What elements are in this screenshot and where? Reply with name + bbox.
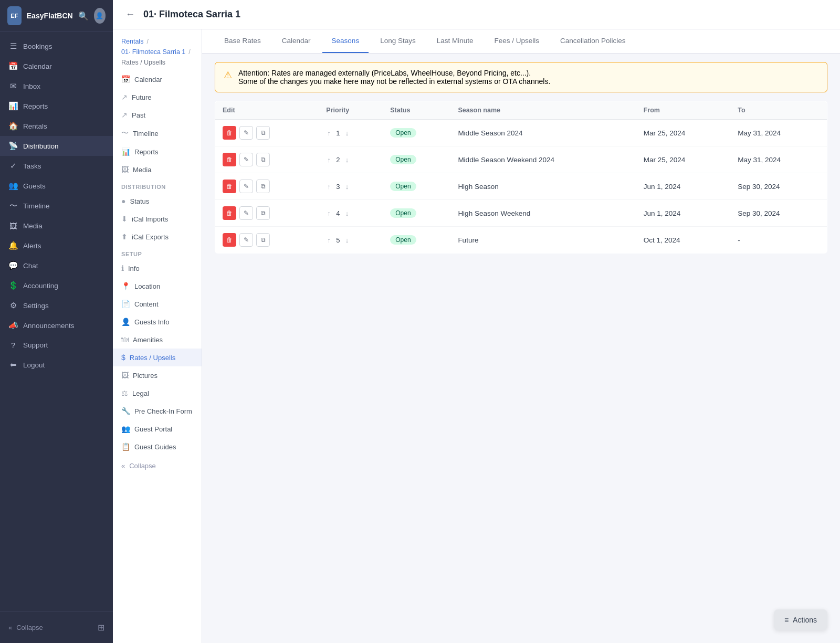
sec-nav-label: Calendar — [134, 76, 162, 83]
priority-number: 5 — [334, 236, 342, 244]
copy-button[interactable]: ⧉ — [256, 206, 270, 220]
priority-down-button[interactable]: ↓ — [344, 128, 350, 138]
edit-button[interactable]: ✎ — [239, 233, 253, 247]
tab-last-minute[interactable]: Last Minute — [427, 29, 483, 53]
sec-nav-reports[interactable]: 📊 Reports — [113, 143, 202, 161]
copy-button[interactable]: ⧉ — [256, 153, 270, 166]
sidebar-item-label: Calendar — [23, 62, 52, 70]
edit-button[interactable]: ✎ — [239, 206, 253, 220]
breadcrumb-rentals[interactable]: Rentals — [121, 38, 143, 45]
priority-number: 4 — [334, 209, 342, 217]
tab-base-rates[interactable]: Base Rates — [215, 29, 270, 53]
priority-down-button[interactable]: ↓ — [344, 155, 350, 165]
seasons-table: Edit Priority Status Season name From To… — [215, 101, 827, 254]
tab-cancellation-policies[interactable]: Cancellation Policies — [551, 29, 635, 53]
sec-nav-location[interactable]: 📍 Location — [113, 277, 202, 295]
sidebar-item-reports[interactable]: 📊 Reports — [0, 96, 113, 116]
sec-nav-amenities[interactable]: 🍽 Amenities — [113, 331, 202, 349]
priority-up-button[interactable]: ↑ — [326, 128, 332, 138]
delete-button[interactable]: 🗑 — [223, 180, 236, 193]
sec-nav-pre-checkin[interactable]: 🔧 Pre Check-In Form — [113, 402, 202, 420]
collapse-icon: « — [8, 624, 12, 631]
sidebar-item-media[interactable]: 🖼 Media — [0, 216, 113, 236]
sidebar-item-guests[interactable]: 👥 Guests — [0, 176, 113, 196]
priority-up-button[interactable]: ↑ — [326, 235, 332, 245]
inbox-icon: ✉ — [8, 81, 18, 91]
sidebar-item-rentals[interactable]: 🏠 Rentals — [0, 116, 113, 136]
sidebar-item-inbox[interactable]: ✉ Inbox — [0, 76, 113, 96]
sidebar-item-chat[interactable]: 💬 Chat — [0, 256, 113, 276]
sec-nav-label: Past — [132, 111, 145, 119]
sidebar-item-support[interactable]: ? Support — [0, 335, 113, 355]
delete-button[interactable]: 🗑 — [223, 126, 236, 140]
sec-nav-timeline[interactable]: 〜 Timeline — [113, 124, 202, 143]
guest-guides-icon: 📋 — [121, 442, 130, 451]
sec-nav-legal[interactable]: ⚖ Legal — [113, 384, 202, 402]
setup-section-label: Setup — [113, 246, 202, 259]
sec-nav-media[interactable]: 🖼 Media — [113, 161, 202, 178]
sec-nav-ical-exports[interactable]: ⬆ iCal Exports — [113, 228, 202, 246]
copy-button[interactable]: ⧉ — [256, 180, 270, 193]
tab-calendar[interactable]: Calendar — [272, 29, 320, 53]
priority-number: 3 — [334, 183, 342, 191]
tab-long-stays[interactable]: Long Stays — [371, 29, 425, 53]
sec-nav-status[interactable]: ● Status — [113, 192, 202, 210]
sec-nav-guest-guides[interactable]: 📋 Guest Guides — [113, 438, 202, 456]
sidebar-item-distribution[interactable]: 📡 Distribution — [0, 136, 113, 156]
sidebar-item-label: Accounting — [23, 282, 58, 290]
delete-button[interactable]: 🗑 — [223, 206, 236, 220]
edit-button[interactable]: ✎ — [239, 153, 253, 166]
sec-nav-ical-imports[interactable]: ⬇ iCal Imports — [113, 210, 202, 228]
sidebar-item-timeline[interactable]: 〜 Timeline — [0, 196, 113, 216]
sec-nav-guests-info[interactable]: 👤 Guests Info — [113, 313, 202, 331]
sec-sidebar-collapse-button[interactable]: « Collapse — [113, 456, 202, 476]
copy-button[interactable]: ⧉ — [256, 233, 270, 247]
priority-down-button[interactable]: ↓ — [344, 235, 350, 245]
row-priority: ↑ 3 ↓ — [319, 173, 383, 200]
priority-up-button[interactable]: ↑ — [326, 182, 332, 192]
sec-nav-label: Rates / Upsells — [130, 354, 175, 362]
row-from: Mar 25, 2024 — [636, 146, 731, 173]
sec-nav-pictures[interactable]: 🖼 Pictures — [113, 366, 202, 384]
tab-fees-upsells[interactable]: Fees / Upsells — [485, 29, 549, 53]
sidebar-item-tasks[interactable]: ✓ Tasks — [0, 156, 113, 176]
sidebar-item-logout[interactable]: ⬅ Logout — [0, 355, 113, 375]
sec-nav-calendar[interactable]: 📅 Calendar — [113, 70, 202, 88]
sec-nav-rates-upsells[interactable]: $ Rates / Upsells — [113, 349, 202, 366]
seasons-table-container: Edit Priority Status Season name From To… — [202, 101, 840, 266]
alerts-icon: 🔔 — [8, 241, 18, 250]
avatar[interactable]: 👤 — [94, 8, 106, 24]
breadcrumb-property[interactable]: 01· Filmoteca Sarria 1 — [121, 48, 185, 56]
copy-button[interactable]: ⧉ — [256, 126, 270, 140]
priority-down-button[interactable]: ↓ — [344, 182, 350, 192]
edit-button[interactable]: ✎ — [239, 180, 253, 193]
tab-seasons[interactable]: Seasons — [322, 29, 369, 53]
sec-nav-future[interactable]: ↗ Future — [113, 88, 202, 106]
row-season-name: High Season Weekend — [450, 200, 636, 227]
edit-button[interactable]: ✎ — [239, 126, 253, 140]
priority-up-button[interactable]: ↑ — [326, 155, 332, 165]
sidebar-item-bookings[interactable]: ☰ Bookings — [0, 36, 113, 56]
delete-button[interactable]: 🗑 — [223, 153, 236, 166]
sec-nav-info[interactable]: ℹ Info — [113, 259, 202, 277]
actions-button[interactable]: ≡ Actions — [774, 609, 827, 630]
pictures-icon: 🖼 — [121, 371, 129, 380]
delete-button[interactable]: 🗑 — [223, 233, 236, 247]
sidebar-item-calendar[interactable]: 📅 Calendar — [0, 56, 113, 76]
sec-nav-content[interactable]: 📄 Content — [113, 295, 202, 313]
sidebar-item-announcements[interactable]: 📣 Announcements — [0, 315, 113, 335]
sidebar-collapse-button[interactable]: « Collapse ⊞ — [0, 617, 113, 638]
sec-nav-past[interactable]: ↗ Past — [113, 106, 202, 124]
col-status: Status — [383, 101, 450, 120]
past-icon: ↗ — [121, 111, 128, 119]
reports-icon: 📊 — [8, 101, 18, 111]
search-icon[interactable]: 🔍 — [78, 11, 89, 21]
priority-down-button[interactable]: ↓ — [344, 208, 350, 218]
sidebar-item-accounting[interactable]: 💲 Accounting — [0, 276, 113, 296]
sidebar-item-settings[interactable]: ⚙ Settings — [0, 296, 113, 315]
priority-up-button[interactable]: ↑ — [326, 208, 332, 218]
back-button[interactable]: ← — [125, 9, 135, 20]
sec-nav-guest-portal[interactable]: 👥 Guest Portal — [113, 420, 202, 438]
sidebar-item-alerts[interactable]: 🔔 Alerts — [0, 236, 113, 256]
sec-nav-label: Status — [130, 197, 149, 205]
